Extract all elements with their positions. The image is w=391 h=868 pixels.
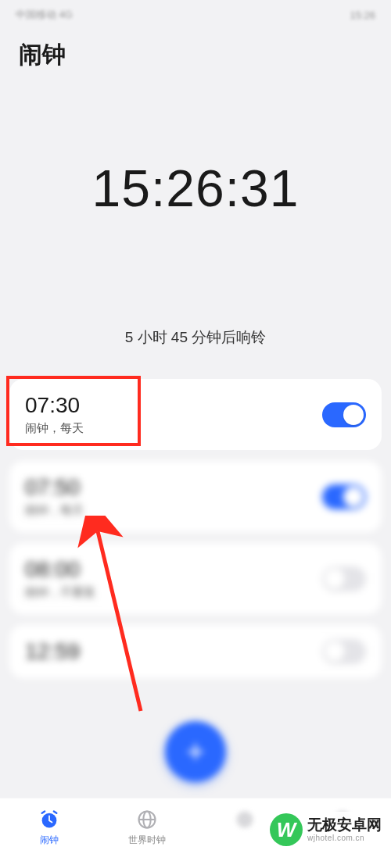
nav-label: 闹钟 [40, 834, 59, 847]
toggle-knob [343, 405, 364, 425]
watermark: W 无极安卓网 wjhotel.com.cn [267, 812, 385, 848]
alarm-info: 07:30闹钟，每天 [25, 393, 84, 436]
nav-tab-闹钟[interactable]: 闹钟 [0, 808, 98, 847]
nav-tab-世界时钟[interactable]: 世界时钟 [98, 808, 196, 847]
watermark-sub: wjhotel.com.cn [307, 834, 382, 842]
alarm-list: 07:30闹钟，每天07:50闹钟，每天08:00闹钟，不重复12:59 [0, 379, 391, 678]
watermark-main: 无极安卓网 [307, 817, 382, 834]
alarm-row[interactable]: 08:00闹钟，不重复 [9, 543, 382, 614]
toggle-knob [325, 569, 345, 589]
alarm-info: 07:50闹钟，每天 [25, 475, 84, 518]
alarm-row[interactable]: 07:50闹钟，每天 [9, 461, 382, 532]
status-right: 15:26 [350, 9, 375, 21]
alarm-label: 闹钟，不重复 [25, 585, 95, 600]
alarm-time: 07:50 [25, 475, 84, 500]
status-left: 中国移动 4G [16, 8, 73, 22]
alarm-time: 12:59 [25, 639, 80, 664]
alarm-time: 08:00 [25, 557, 95, 582]
alarm-info: 08:00闹钟，不重复 [25, 557, 95, 600]
alarm-toggle[interactable] [322, 566, 366, 591]
current-time: 15:26:31 [0, 159, 391, 218]
globe-icon [135, 808, 159, 831]
plus-icon: + [186, 734, 204, 770]
toggle-knob [325, 641, 345, 662]
alarm-toggle[interactable] [322, 402, 366, 427]
nav-label: 世界时钟 [128, 834, 166, 847]
alarm-row[interactable]: 07:30闹钟，每天 [9, 379, 382, 450]
svg-point-5 [236, 812, 253, 828]
nav-icon [233, 808, 256, 831]
status-bar: 中国移动 4G 15:26 [0, 0, 391, 30]
watermark-badge: W [270, 813, 303, 846]
alarm-toggle[interactable] [322, 639, 366, 664]
alarm-row[interactable]: 12:59 [9, 625, 382, 678]
alarm-time: 07:30 [25, 393, 84, 418]
page-title: 闹钟 [0, 30, 391, 80]
next-ring-text: 5 小时 45 分钟后响铃 [0, 327, 391, 348]
add-alarm-button[interactable]: + [165, 721, 226, 782]
clock-area: 15:26:31 [0, 159, 391, 218]
alarm-info: 12:59 [25, 639, 80, 664]
toggle-knob [343, 487, 364, 507]
alarm-label: 闹钟，每天 [25, 503, 84, 518]
alarm-icon [38, 808, 61, 831]
alarm-toggle[interactable] [322, 484, 366, 509]
alarm-label: 闹钟，每天 [25, 421, 84, 436]
